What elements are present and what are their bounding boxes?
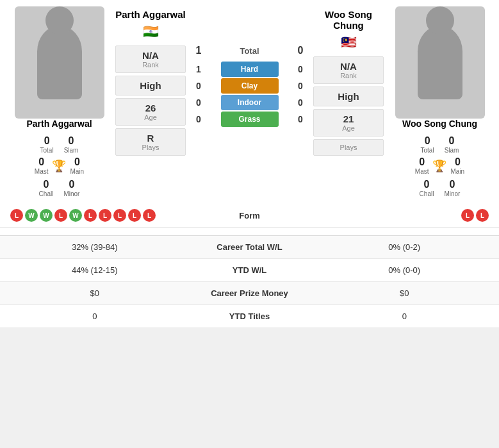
stats-bottom: 32% (39-84)Career Total W/L0% (0-2)44% (… (0, 235, 499, 328)
left-header-name: Parth Aggarwal (115, 9, 185, 20)
right-main-label: Main (450, 168, 464, 175)
right-total-value: 0 (425, 135, 430, 147)
form-badge-left: L (84, 209, 97, 222)
left-mast-value: 0 (38, 156, 44, 168)
top-section: Parth Aggarwal 0 Total 0 Slam 0 Mast 🏆 (0, 0, 499, 204)
left-plays-value: R (121, 133, 180, 144)
right-total-stat: 0 Total (421, 135, 434, 154)
right-minor-stat: 0 Minor (444, 179, 460, 197)
left-slam-stat: 0 Slam (64, 135, 79, 154)
left-slam-value: 0 (69, 135, 74, 147)
left-age-label: Age (121, 113, 180, 121)
left-player-name: Parth Aggarwal (26, 119, 92, 129)
left-stats-total-slam: 0 Total 0 Slam (40, 135, 79, 154)
form-badge-left: W (69, 209, 82, 222)
right-stats-total-slam: 0 Total 0 Slam (421, 135, 459, 154)
main-container: Parth Aggarwal 0 Total 0 Slam 0 Mast 🏆 (0, 0, 499, 328)
left-chall-stat: 0 Chall (39, 179, 54, 197)
left-main-value: 0 (74, 156, 80, 168)
form-badge-left: W (40, 209, 53, 222)
right-header-name: Woo Song Chung (313, 9, 384, 31)
right-plays-label: Plays (319, 144, 378, 151)
left-chall-minor-row: 0 Chall 0 Minor (39, 179, 80, 197)
clay-badge: Clay (221, 78, 279, 94)
left-mast-stat: 0 Mast (35, 156, 49, 175)
courts-block: 1 Total 0 1 Hard 0 0 Clay 0 0 Indoor 0 (189, 6, 310, 197)
right-slam-value: 0 (449, 135, 455, 147)
form-section: LWWLWLLLLL Form LL (0, 204, 499, 228)
right-mast-value: 0 (419, 156, 425, 168)
right-chall-stat: 0 Chall (420, 179, 434, 197)
hard-badge: Hard (221, 62, 279, 77)
left-main-label: Main (70, 168, 84, 175)
clay-row: 0 Clay 0 (189, 78, 310, 94)
left-minor-value: 0 (69, 179, 74, 190)
left-trophy-icon: 🏆 (52, 159, 66, 173)
stats-row: 32% (39-84)Career Total W/L0% (0-2) (0, 236, 499, 259)
left-main-stat: 0 Main (70, 156, 84, 175)
left-high-box: High (115, 76, 186, 95)
left-total-value: 0 (44, 135, 50, 147)
stat-left-value: 32% (39-84) (10, 242, 179, 252)
total-left: 1 (189, 45, 208, 56)
right-chall-value: 0 (424, 179, 430, 190)
left-high-value: High (121, 80, 180, 91)
total-label: Total (240, 46, 259, 56)
right-plays-box: Plays (313, 139, 384, 156)
stats-row: 44% (12-15)YTD W/L0% (0-0) (0, 259, 499, 282)
stat-center-label: YTD W/L (179, 265, 320, 275)
right-high-value: High (319, 91, 378, 102)
stat-left-value: 44% (12-15) (10, 265, 179, 275)
right-high-box: High (313, 87, 384, 106)
left-player-photo (15, 6, 104, 119)
right-minor-label: Minor (444, 190, 460, 197)
right-total-label: Total (421, 147, 434, 154)
stat-right-value: 0% (0-2) (320, 242, 489, 252)
indoor-row: 0 Indoor 0 (189, 95, 310, 110)
form-badge-left: L (113, 209, 126, 222)
right-silhouette (418, 26, 462, 99)
hard-left: 1 (189, 64, 208, 74)
right-mast-label: Mast (415, 168, 429, 175)
right-slam-stat: 0 Slam (445, 135, 459, 154)
stat-center-label: YTD Titles (179, 311, 320, 321)
form-badge-right: L (476, 209, 489, 222)
right-flag: 🇲🇾 (341, 35, 357, 50)
left-slam-label: Slam (64, 147, 79, 154)
left-minor-stat: 0 Minor (63, 179, 79, 197)
right-age-box: 21 Age (313, 109, 384, 137)
right-age-label: Age (319, 124, 378, 132)
left-flag: 🇮🇳 (143, 24, 159, 39)
left-rank-box: N/A Rank (115, 46, 186, 73)
left-chall-value: 0 (44, 179, 49, 190)
hard-row: 1 Hard 0 (189, 62, 310, 77)
right-rank-box: N/A Rank (313, 56, 384, 84)
right-player-block: Woo Song Chung 0 Total 0 Slam 0 Mast 🏆 (387, 6, 493, 197)
grass-badge: Grass (221, 112, 279, 127)
left-info-panel: Parth Aggarwal 🇮🇳 N/A Rank High 26 Age R… (115, 6, 186, 197)
form-badge-left: L (143, 209, 156, 222)
left-minor-label: Minor (63, 190, 79, 197)
grass-left: 0 (189, 114, 208, 124)
form-badge-left: L (10, 209, 23, 222)
right-slam-label: Slam (445, 147, 459, 154)
left-mast-label: Mast (35, 168, 49, 175)
left-silhouette (37, 26, 82, 99)
left-plays-label: Plays (121, 144, 180, 151)
total-right: 0 (291, 45, 310, 56)
stat-right-value: 0% (0-0) (320, 265, 489, 275)
right-rank-label: Rank (319, 72, 378, 79)
right-minor-value: 0 (449, 179, 455, 190)
total-row: 1 Total 0 (189, 45, 310, 56)
indoor-left: 0 (189, 97, 208, 108)
clay-right: 0 (291, 81, 310, 91)
right-rank-value: N/A (319, 61, 378, 72)
stat-left-value: $0 (10, 288, 179, 298)
form-right: LL (320, 209, 489, 222)
stat-center-label: Career Total W/L (179, 242, 320, 252)
left-total-stat: 0 Total (40, 135, 54, 154)
form-badge-left: W (25, 209, 38, 222)
indoor-right: 0 (291, 97, 310, 108)
left-total-label: Total (40, 147, 54, 154)
form-badge-left: L (128, 209, 141, 222)
